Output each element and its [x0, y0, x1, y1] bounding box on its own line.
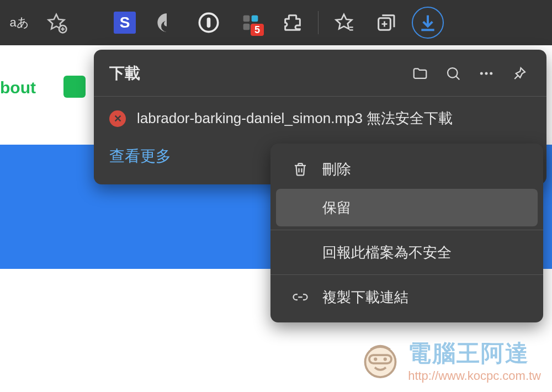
extensions-button[interactable]	[274, 6, 311, 39]
watermark: 電腦王阿達 http://www.kocpc.com.tw	[358, 338, 541, 383]
collections-icon	[375, 12, 397, 34]
blank-icon	[290, 242, 310, 262]
puzzle-icon	[282, 12, 304, 34]
collections-button[interactable]	[367, 6, 405, 39]
browser-toolbar: aあ S 5	[0, 0, 552, 45]
menu-keep[interactable]: 保留	[276, 189, 538, 226]
favorite-add-button[interactable]	[38, 6, 75, 39]
pin-button[interactable]	[507, 61, 532, 86]
search-icon	[445, 65, 461, 82]
extension-swirl-button[interactable]	[148, 6, 185, 39]
svg-point-8	[448, 68, 458, 78]
svg-rect-2	[207, 18, 211, 28]
toolbar-divider	[318, 11, 319, 34]
extension-s-button[interactable]: S	[106, 6, 144, 39]
svg-point-11	[490, 72, 492, 75]
svg-point-14	[374, 357, 377, 361]
about-link[interactable]: bout	[0, 78, 36, 97]
menu-keep-label: 保留	[322, 198, 351, 218]
menu-divider	[270, 230, 543, 230]
menu-delete[interactable]: 刪除	[276, 150, 538, 188]
menu-report-label: 回報此檔案為不安全	[322, 243, 452, 262]
swirl-icon	[156, 12, 178, 34]
context-menu: 刪除 保留 回報此檔案為不安全 複製下載連結	[270, 144, 543, 322]
svg-point-15	[384, 357, 387, 361]
trash-icon	[290, 159, 310, 179]
menu-delete-label: 刪除	[322, 160, 351, 179]
favorites-button[interactable]	[325, 6, 363, 39]
watermark-title: 電腦王阿達	[408, 338, 541, 369]
downloads-header: 下載	[94, 50, 546, 96]
svg-rect-5	[243, 24, 250, 30]
open-folder-button[interactable]	[407, 61, 433, 86]
watermark-url: http://www.kocpc.com.tw	[408, 369, 541, 383]
blank-icon	[290, 198, 310, 218]
badge-count: 5	[251, 24, 264, 36]
extension-1password-button[interactable]	[190, 6, 227, 39]
download-circle-icon	[412, 7, 444, 39]
star-lines-icon	[333, 12, 355, 34]
download-item-text: labrador-barking-daniel_simon.mp3 無法安全下載	[137, 109, 453, 128]
ellipsis-icon	[478, 65, 495, 82]
error-icon: ✕	[109, 110, 126, 127]
extension-grid-button[interactable]: 5	[232, 6, 269, 39]
translate-button[interactable]: aあ	[6, 6, 33, 39]
pin-icon	[511, 65, 528, 82]
link-icon	[290, 287, 310, 307]
downloads-button[interactable]	[409, 6, 447, 39]
menu-report-unsafe[interactable]: 回報此檔案為不安全	[276, 234, 538, 271]
s-icon: S	[114, 12, 136, 34]
mascot-icon	[358, 338, 402, 383]
folder-icon	[412, 65, 428, 82]
svg-point-10	[485, 72, 488, 75]
svg-rect-4	[252, 15, 258, 22]
onepassword-icon	[198, 12, 220, 34]
svg-rect-3	[243, 15, 250, 22]
download-item[interactable]: ✕ labrador-barking-daniel_simon.mp3 無法安全…	[94, 97, 546, 136]
more-options-button[interactable]	[474, 61, 499, 86]
menu-divider	[270, 274, 543, 275]
menu-copy-link-label: 複製下載連結	[322, 288, 408, 307]
search-downloads-button[interactable]	[440, 61, 466, 86]
green-badge	[63, 76, 86, 98]
menu-copy-link[interactable]: 複製下載連結	[276, 278, 538, 316]
svg-point-9	[480, 72, 483, 75]
downloads-title: 下載	[109, 63, 140, 84]
